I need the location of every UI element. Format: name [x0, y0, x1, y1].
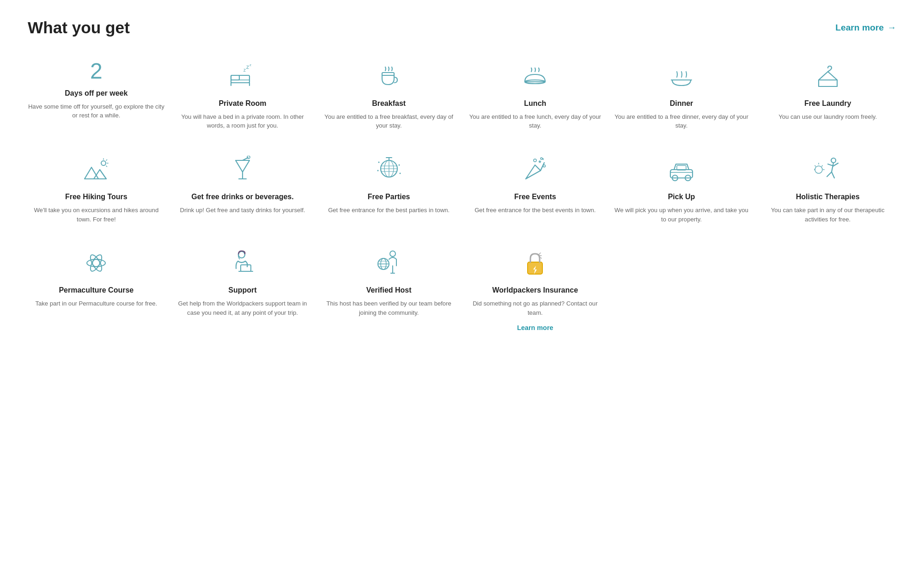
benefit-verified: Verified Host This host has been verifie… — [320, 247, 457, 331]
benefit-holistic: Holistic Therapies You can take part in … — [759, 153, 896, 224]
benefit-title: Free Hiking Tours — [65, 192, 128, 202]
permaculture-icon — [80, 247, 112, 279]
svg-line-72 — [539, 253, 541, 255]
svg-text:z: z — [249, 63, 251, 67]
learn-more-header-link[interactable]: Learn more → — [835, 23, 896, 33]
laundry-icon — [812, 60, 844, 92]
benefit-insurance: Worldpackers Insurance Did something not… — [467, 247, 604, 331]
benefit-title: Days off per week — [65, 89, 128, 98]
benefit-desc: Take part in our Permaculture course for… — [35, 299, 157, 308]
svg-rect-1 — [231, 75, 239, 80]
benefit-desc: You are entitled to a free lunch, every … — [467, 112, 604, 130]
page-header: What you get Learn more → — [28, 18, 896, 37]
svg-point-39 — [543, 165, 546, 167]
insurance-learn-more-link[interactable]: Learn more — [517, 324, 553, 331]
svg-point-57 — [87, 259, 105, 267]
svg-rect-0 — [231, 75, 249, 83]
svg-line-18 — [106, 166, 107, 167]
benefits-row-3: Permaculture Course Take part in our Per… — [28, 247, 896, 331]
parties-icon — [373, 153, 405, 186]
verified-icon — [373, 247, 405, 279]
days-off-number: 2 — [90, 60, 103, 82]
benefit-title: Free Laundry — [804, 99, 851, 109]
benefit-title: Breakfast — [372, 99, 406, 109]
svg-point-50 — [815, 166, 822, 173]
benefits-row-2: Free Hiking Tours We'll take you on excu… — [28, 153, 896, 224]
benefit-support: Support Get help from the Worldpackers s… — [174, 247, 311, 331]
dinner-icon — [665, 60, 698, 92]
benefit-desc: You can take part in any of our therapeu… — [759, 206, 896, 224]
svg-line-52 — [822, 165, 822, 166]
benefit-title: Worldpackers Insurance — [492, 286, 578, 295]
svg-line-55 — [815, 165, 815, 166]
lunch-icon — [519, 60, 551, 92]
benefit-title: Get free drinks or beverages. — [191, 192, 293, 202]
benefit-desc: Have some time off for yourself, go expl… — [28, 102, 165, 120]
svg-point-32 — [399, 173, 401, 174]
benefit-desc: This host has been verified by our team … — [320, 299, 457, 317]
svg-rect-42 — [670, 170, 693, 178]
benefit-pickup: Pick Up We will pick you up when you arr… — [613, 153, 750, 224]
benefit-events: ★ ✦ · Free Events Get free entrance for … — [467, 153, 604, 224]
svg-rect-61 — [241, 265, 251, 271]
svg-point-14 — [101, 161, 106, 165]
holistic-icon — [812, 153, 844, 186]
benefit-title: Verified Host — [366, 286, 412, 295]
svg-point-30 — [398, 165, 400, 166]
benefit-title: Lunch — [524, 99, 546, 109]
benefits-row-1: 2 Days off per week Have some time off f… — [28, 60, 896, 130]
benefit-lunch: Lunch You are entitled to a free lunch, … — [467, 60, 604, 130]
benefit-title: Permaculture Course — [59, 286, 134, 295]
benefit-breakfast: Breakfast You are entitled to a free bre… — [320, 60, 457, 130]
benefit-laundry: Free Laundry You can use our laundry roo… — [759, 60, 896, 130]
private-room-icon: z z z — [226, 60, 259, 92]
benefit-title: Free Parties — [368, 192, 410, 202]
benefit-desc: Get free entrance for the best events in… — [474, 206, 596, 215]
svg-text:z: z — [246, 64, 249, 70]
benefit-desc: Get free entrance for the best parties i… — [328, 206, 450, 215]
pickup-icon — [665, 153, 698, 186]
benefit-drinks: Get free drinks or beverages. Drink up! … — [174, 153, 311, 224]
page-title: What you get — [28, 18, 130, 37]
hiking-icon — [80, 153, 112, 186]
benefit-title: Free Events — [514, 192, 556, 202]
breakfast-icon — [373, 60, 405, 92]
events-icon: ★ ✦ · — [519, 153, 551, 186]
benefit-dinner: Dinner You are entitled to a free dinner… — [613, 60, 750, 130]
arrow-icon: → — [888, 23, 896, 33]
svg-point-22 — [247, 156, 250, 159]
benefit-private-room: z z z Private Room You will have a bed i… — [174, 60, 311, 130]
benefit-title: Dinner — [670, 99, 693, 109]
benefit-desc: You are entitled to a free dinner, every… — [613, 112, 750, 130]
benefit-desc: We will pick you up when you arrive, and… — [613, 206, 750, 224]
benefit-desc: We'll take you on excursions and hikes a… — [28, 206, 165, 224]
benefit-desc: You can use our laundry room freely. — [778, 112, 877, 122]
svg-point-48 — [831, 158, 836, 163]
svg-point-29 — [378, 162, 379, 163]
insurance-icon — [519, 247, 551, 279]
svg-line-74 — [541, 257, 541, 258]
benefit-desc: Drink up! Get free and tasty drinks for … — [180, 206, 305, 215]
benefit-title: Support — [228, 286, 256, 295]
svg-line-49 — [832, 163, 833, 172]
benefit-desc: Get help from the Worldpackers support t… — [174, 299, 311, 317]
benefit-desc: You will have a bed in a private room. I… — [174, 112, 311, 130]
benefit-hiking: Free Hiking Tours We'll take you on excu… — [28, 153, 165, 224]
benefit-days-off: 2 Days off per week Have some time off f… — [28, 60, 165, 130]
svg-line-16 — [106, 160, 107, 161]
svg-point-63 — [390, 251, 395, 257]
benefit-desc: You are entitled to a free breakfast, ev… — [320, 112, 457, 130]
svg-text:z: z — [243, 67, 246, 73]
svg-point-31 — [377, 170, 378, 171]
benefit-title: Holistic Therapies — [796, 192, 860, 202]
benefit-permaculture: Permaculture Course Take part in our Per… — [28, 247, 165, 331]
drinks-icon — [226, 153, 259, 186]
benefit-parties: Free Parties Get free entrance for the b… — [320, 153, 457, 224]
support-icon — [226, 247, 259, 279]
benefit-title: Private Room — [219, 99, 266, 109]
benefit-desc: Did something not go as planned? Contact… — [467, 299, 604, 317]
benefit-title: Pick Up — [668, 192, 695, 202]
